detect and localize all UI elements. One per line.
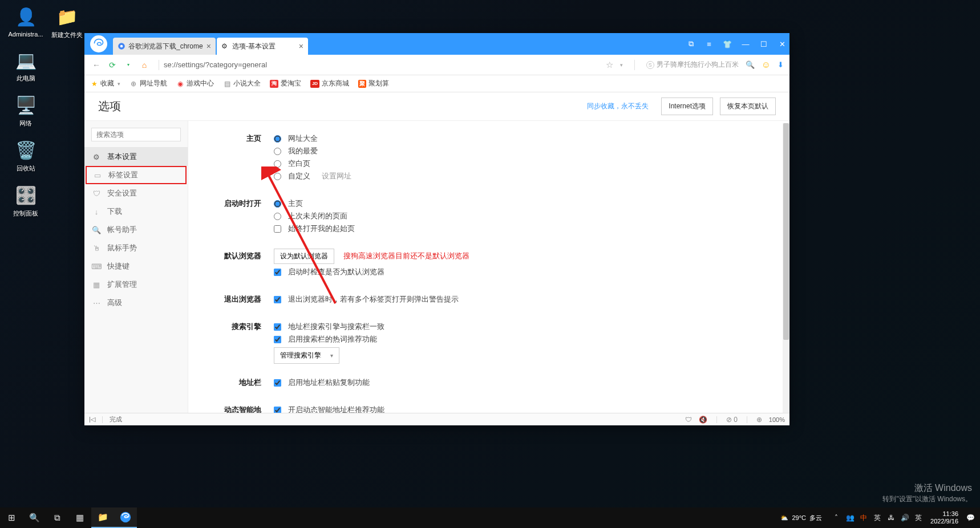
bookmark-taobao[interactable]: 淘爱淘宝 <box>270 79 301 88</box>
network-icon[interactable]: 🖧 <box>886 514 896 522</box>
start-button[interactable]: ⊞ <box>0 507 23 528</box>
desktop-icon-newfolder[interactable]: 📁 新建文件夹 <box>47 5 87 39</box>
tray-sogou-icon[interactable]: 中 <box>858 513 869 523</box>
scrollbar-thumb[interactable] <box>783 123 789 340</box>
checkbox-search-consistent[interactable]: 地址栏搜索引擎与搜索栏一致 <box>274 320 772 333</box>
search-hint[interactable]: S 男子骑摩托拖行小狗上百米 <box>646 60 739 70</box>
tray-chevron-icon[interactable]: ˄ <box>831 514 841 522</box>
sidebar-item-gesture[interactable]: 🖱鼠标手势 <box>84 239 188 257</box>
sidebar-item-download[interactable]: ↓下载 <box>84 202 188 221</box>
sidebar-item-extensions[interactable]: ▦扩展管理 <box>84 275 188 294</box>
sidebar-item-account[interactable]: 🔍帐号助手 <box>84 221 188 239</box>
set-url-link[interactable]: 设置网址 <box>322 171 351 181</box>
ime-indicator[interactable]: 英 <box>872 513 882 523</box>
search-input[interactable] <box>91 128 181 141</box>
back-icon[interactable]: ← <box>90 59 103 71</box>
desktop-icon-network[interactable]: 🖥️ 网络 <box>6 93 46 128</box>
recycle-icon: 🗑️ <box>14 138 38 162</box>
ime-lang[interactable]: 英 <box>913 513 924 523</box>
checkbox-always-open[interactable]: 始终打开我的起始页 <box>274 222 772 235</box>
radio-startup-home[interactable]: 主页 <box>274 197 772 210</box>
weather-widget[interactable]: ⛅ 29°C 多云 <box>780 514 822 522</box>
search-icon[interactable]: 🔍 <box>746 60 755 69</box>
radio-homepage-fav[interactable]: 我的最爱 <box>274 145 772 157</box>
sidebar-toggle-icon[interactable]: |◁ <box>89 416 95 423</box>
desktop-icon-recycle[interactable]: 🗑️ 回收站 <box>6 138 46 173</box>
radio-homepage-blank[interactable]: 空白页 <box>274 157 772 170</box>
sidebar-item-label: 下载 <box>107 206 122 217</box>
desktop-icon-thispc[interactable]: 💻 此电脑 <box>6 48 46 83</box>
shield-icon[interactable]: 🛡 <box>685 416 692 424</box>
setting-label: 动态智能地址栏 <box>222 404 274 413</box>
star-icon[interactable]: ☆ <box>606 60 613 70</box>
zoom-level: 100% <box>769 416 785 423</box>
sogou-browser-icon[interactable] <box>114 507 137 528</box>
close-icon[interactable]: ✕ <box>777 39 787 49</box>
apps-icon[interactable]: ▦ <box>68 507 91 528</box>
checkbox-addr-paste[interactable]: 启用地址栏粘贴复制功能 <box>274 376 772 389</box>
zoom-icon[interactable]: ⊕ <box>756 416 762 424</box>
maximize-icon[interactable]: ☐ <box>759 39 769 49</box>
skin-icon[interactable]: 👕 <box>722 39 732 49</box>
mute-icon[interactable]: 🔇 <box>699 416 707 424</box>
mouse-icon: 🖱 <box>92 244 100 253</box>
desktop-icon-controlpanel[interactable]: 🎛️ 控制面板 <box>6 183 46 218</box>
sidebar-item-label: 帐号助手 <box>107 225 137 235</box>
manage-search-button[interactable]: 管理搜索引擎▾ <box>274 347 339 364</box>
desktop-icon-admin[interactable]: 👤 Administra... <box>6 5 46 38</box>
radio-startup-last[interactable]: 上次未关闭的页面 <box>274 210 772 222</box>
url-input[interactable] <box>164 60 606 69</box>
search-icon[interactable]: 🔍 <box>23 507 46 528</box>
bookmark-nav[interactable]: ⊕网址导航 <box>129 79 167 88</box>
search-box <box>91 128 181 141</box>
refresh-dropdown-icon[interactable]: ▾ <box>122 59 135 71</box>
windows-activation-watermark: 激活 Windows 转到"设置"以激活 Windows。 <box>882 482 972 504</box>
minimize-icon[interactable]: ― <box>740 39 751 49</box>
bookmark-jd[interactable]: JD京东商城 <box>310 79 349 88</box>
adblock-icon[interactable]: ⊘ 0 <box>726 416 738 424</box>
close-icon[interactable]: × <box>203 42 211 51</box>
emoji-icon[interactable]: ☺ <box>762 60 771 70</box>
bookmark-games[interactable]: ◉游戏中心 <box>176 79 214 88</box>
bookmark-juhuasuan[interactable]: 聚聚划算 <box>358 79 389 88</box>
bookmarks-bar: ★收藏▾ ⊕网址导航 ◉游戏中心 ▤小说大全 淘爱淘宝 JD京东商城 聚聚划算 <box>84 75 789 92</box>
separator <box>634 60 635 70</box>
sidebar-item-tabs[interactable]: ▭标签设置 <box>86 166 187 184</box>
radio-homepage-all[interactable]: 网址大全 <box>274 132 772 145</box>
sidebar-item-advanced[interactable]: ⋯高级 <box>84 294 188 312</box>
download-icon[interactable]: ⬇ <box>777 60 784 69</box>
checkbox-exit-warn[interactable]: 退出浏览器时，若有多个标签页打开则弹出警告提示 <box>274 293 772 306</box>
sidebar-item-label: 扩展管理 <box>107 279 137 290</box>
computer-icon: 💻 <box>14 48 38 72</box>
set-default-button[interactable]: 设为默认浏览器 <box>274 249 334 264</box>
radio-homepage-custom[interactable]: 自定义设置网址 <box>274 170 772 182</box>
tab-chrome-download[interactable]: 谷歌浏览器下载_chrome × <box>113 38 216 55</box>
sidebar-item-label: 标签设置 <box>108 170 138 180</box>
tab-settings[interactable]: ⚙ 选项-基本设置 × <box>217 38 308 55</box>
menu-icon[interactable]: ≡ <box>704 39 714 49</box>
sidebar-item-basic[interactable]: ⚙基本设置 <box>84 148 188 166</box>
taskbar-clock[interactable]: 11:36 2022/9/16 <box>930 510 958 525</box>
refresh-icon[interactable]: ⟳ <box>106 59 119 71</box>
bookmark-favorites[interactable]: ★收藏▾ <box>90 79 120 88</box>
task-view-icon[interactable]: ⧉ <box>46 507 68 528</box>
close-icon[interactable]: × <box>295 42 303 51</box>
account-icon[interactable]: ⧉ <box>686 39 696 49</box>
checkbox-check-default[interactable]: 启动时检查是否为默认浏览器 <box>274 266 772 278</box>
sidebar-item-security[interactable]: 🛡安全设置 <box>84 184 188 202</box>
people-icon[interactable]: 👥 <box>845 514 855 522</box>
notifications-icon[interactable]: 💬 <box>965 514 975 522</box>
sync-favorites-link[interactable]: 同步收藏，永不丢失 <box>587 101 649 111</box>
dropdown-icon[interactable]: ▾ <box>620 62 623 68</box>
checkbox-hotword[interactable]: 启用搜索栏的热词推荐功能 <box>274 333 772 346</box>
volume-icon[interactable]: 🔊 <box>900 514 910 522</box>
bookmark-novels[interactable]: ▤小说大全 <box>223 79 261 88</box>
browser-logo-icon[interactable] <box>90 35 107 52</box>
restore-defaults-button[interactable]: 恢复本页默认 <box>720 98 776 115</box>
scrollbar[interactable] <box>783 123 789 413</box>
explorer-icon[interactable]: 📁 <box>91 507 114 528</box>
home-icon[interactable]: ⌂ <box>138 59 151 71</box>
internet-options-button[interactable]: Internet选项 <box>661 98 713 115</box>
checkbox-dynamic-addr[interactable]: 开启动态智能地址栏推荐功能 <box>274 404 772 413</box>
sidebar-item-shortcut[interactable]: ⌨快捷键 <box>84 257 188 275</box>
